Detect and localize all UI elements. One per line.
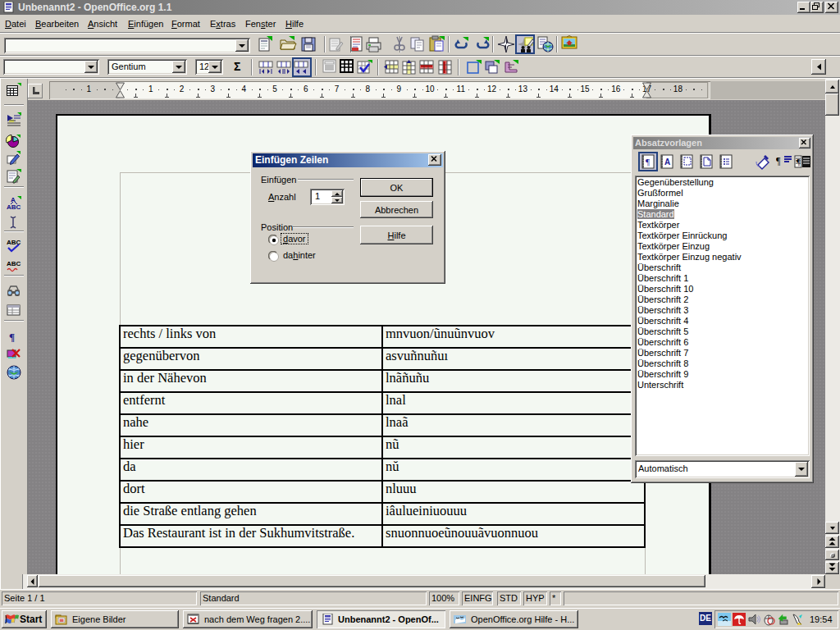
svg-text:¶: ¶ — [776, 155, 781, 167]
svg-text:¶: ¶ — [9, 331, 15, 343]
svg-text:A: A — [664, 158, 670, 167]
svg-text:¶: ¶ — [797, 158, 801, 167]
svg-text:¶: ¶ — [646, 157, 650, 167]
svg-text:ABC: ABC — [7, 203, 21, 211]
svg-text:ABC: ABC — [7, 260, 21, 267]
